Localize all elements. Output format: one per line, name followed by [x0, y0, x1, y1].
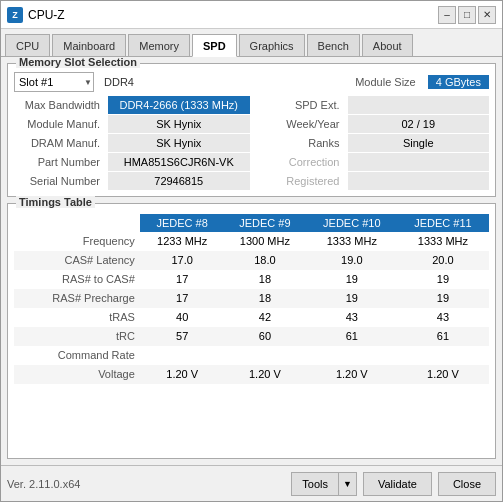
correction-value: [348, 153, 490, 171]
timing-cell: [397, 346, 488, 365]
dram-manuf-label: DRAM Manuf.: [14, 134, 104, 152]
timing-cell: 1.20 V: [306, 365, 397, 384]
timing-cell: 1333 MHz: [306, 232, 397, 252]
module-size-value: 4 GBytes: [428, 75, 489, 89]
timing-cell: 18.0: [224, 251, 307, 270]
validate-button[interactable]: Validate: [363, 472, 432, 496]
tab-cpu[interactable]: CPU: [5, 34, 50, 56]
timing-cell: 60: [224, 327, 307, 346]
timing-cell: 18: [224, 270, 307, 289]
tab-bench[interactable]: Bench: [307, 34, 360, 56]
col-jedec9: JEDEC #9: [224, 215, 307, 232]
registered-value: [348, 172, 490, 190]
timing-row-label: tRC: [14, 327, 141, 346]
timing-cell: 17: [141, 289, 224, 308]
timing-cell: 40: [141, 308, 224, 327]
timing-cell: 19: [397, 270, 488, 289]
minimize-button[interactable]: –: [438, 6, 456, 24]
serial-number-label: Serial Number: [14, 172, 104, 190]
window-title: CPU-Z: [28, 8, 438, 22]
timing-cell: 43: [306, 308, 397, 327]
correction-label: Correction: [254, 153, 344, 171]
timing-cell: 19: [306, 270, 397, 289]
timing-row-label: RAS# to CAS#: [14, 270, 141, 289]
timing-cell: 1233 MHz: [141, 232, 224, 252]
timing-cell: 1.20 V: [224, 365, 307, 384]
spd-ext-value: [348, 96, 490, 114]
title-bar: Z CPU-Z – □ ✕: [1, 1, 502, 29]
timing-cell: 19: [306, 289, 397, 308]
col-jedec8: JEDEC #8: [141, 215, 224, 232]
tab-spd[interactable]: SPD: [192, 34, 237, 57]
registered-label: Registered: [254, 172, 344, 190]
close-window-button[interactable]: ✕: [478, 6, 496, 24]
main-window: Z CPU-Z – □ ✕ CPU Mainboard Memory SPD G…: [0, 0, 503, 502]
maximize-button[interactable]: □: [458, 6, 476, 24]
timing-cell: 19.0: [306, 251, 397, 270]
tools-dropdown-button[interactable]: ▼: [339, 472, 357, 496]
footer: Ver. 2.11.0.x64 Tools ▼ Validate Close: [1, 465, 502, 501]
timing-cell: 18: [224, 289, 307, 308]
tab-mainboard[interactable]: Mainboard: [52, 34, 126, 56]
max-bandwidth-label: Max Bandwidth: [14, 96, 104, 114]
version-text: Ver. 2.11.0.x64: [7, 478, 291, 490]
max-bandwidth-value: DDR4-2666 (1333 MHz): [108, 96, 250, 114]
timing-row-label: Command Rate: [14, 346, 141, 365]
timing-cell: 1300 MHz: [224, 232, 307, 252]
part-number-label: Part Number: [14, 153, 104, 171]
timing-cell: [141, 346, 224, 365]
timings-group: Timings Table JEDEC #8 JEDEC #9 JEDEC #1…: [7, 203, 496, 459]
timing-row-label: CAS# Latency: [14, 251, 141, 270]
timing-cell: [224, 346, 307, 365]
timing-cell: 42: [224, 308, 307, 327]
slot-select-wrapper: Slot #1 ▼: [14, 72, 94, 92]
tab-graphics[interactable]: Graphics: [239, 34, 305, 56]
timing-cell: 43: [397, 308, 488, 327]
timings-table: JEDEC #8 JEDEC #9 JEDEC #10 JEDEC #11 Fr…: [14, 214, 489, 384]
col-jedec10: JEDEC #10: [306, 215, 397, 232]
tabs-bar: CPU Mainboard Memory SPD Graphics Bench …: [1, 29, 502, 57]
timing-cell: 61: [397, 327, 488, 346]
timing-cell: 1.20 V: [141, 365, 224, 384]
timing-cell: 1.20 V: [397, 365, 488, 384]
serial-number-value: 72946815: [108, 172, 250, 190]
timing-cell: 17.0: [141, 251, 224, 270]
timing-row-label: tRAS: [14, 308, 141, 327]
tab-about[interactable]: About: [362, 34, 413, 56]
ranks-value: Single: [348, 134, 490, 152]
tools-button-group: Tools ▼: [291, 472, 357, 496]
timing-row-label: RAS# Precharge: [14, 289, 141, 308]
part-number-value: HMA851S6CJR6N-VK: [108, 153, 250, 171]
ddr-type: DDR4: [104, 76, 134, 88]
timing-row-label: Frequency: [14, 232, 141, 252]
spd-ext-label: SPD Ext.: [254, 96, 344, 114]
tab-memory[interactable]: Memory: [128, 34, 190, 56]
col-jedec11: JEDEC #11: [397, 215, 488, 232]
module-manuf-label: Module Manuf.: [14, 115, 104, 133]
timing-cell: 57: [141, 327, 224, 346]
timing-cell: [306, 346, 397, 365]
module-manuf-value: SK Hynix: [108, 115, 250, 133]
week-year-label: Week/Year: [254, 115, 344, 133]
dram-manuf-value: SK Hynix: [108, 134, 250, 152]
tools-button[interactable]: Tools: [291, 472, 339, 496]
memory-slot-group-title: Memory Slot Selection: [16, 57, 140, 68]
slot-select[interactable]: Slot #1: [14, 72, 94, 92]
week-year-value: 02 / 19: [348, 115, 490, 133]
window-controls: – □ ✕: [438, 6, 496, 24]
timing-cell: 19: [397, 289, 488, 308]
timing-row-label: Voltage: [14, 365, 141, 384]
timing-cell: 20.0: [397, 251, 488, 270]
memory-slot-group: Memory Slot Selection Slot #1 ▼ DDR4 Mod…: [7, 63, 496, 197]
main-content: Memory Slot Selection Slot #1 ▼ DDR4 Mod…: [1, 57, 502, 465]
timing-cell: 1333 MHz: [397, 232, 488, 252]
ranks-label: Ranks: [254, 134, 344, 152]
module-size-label: Module Size: [355, 76, 416, 88]
close-button[interactable]: Close: [438, 472, 496, 496]
timing-cell: 61: [306, 327, 397, 346]
slot-row: Slot #1 ▼ DDR4 Module Size 4 GBytes: [14, 72, 489, 92]
info-grid: Max Bandwidth DDR4-2666 (1333 MHz) SPD E…: [14, 96, 489, 190]
timing-cell: 17: [141, 270, 224, 289]
app-icon: Z: [7, 7, 23, 23]
timings-group-title: Timings Table: [16, 196, 95, 208]
